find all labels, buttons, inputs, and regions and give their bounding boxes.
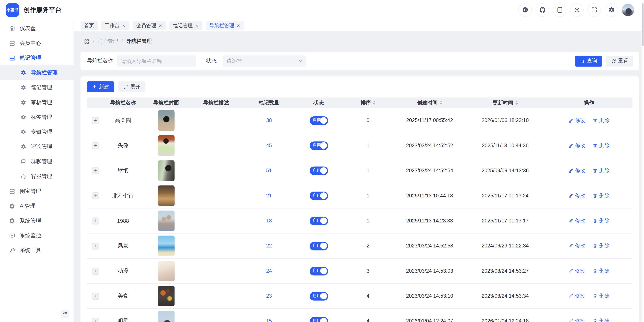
close-icon[interactable] [122,24,126,27]
sidebar-item-群聊管理[interactable]: 群聊管理 [0,154,74,169]
status-toggle[interactable]: 启用 [310,116,328,125]
cover-image[interactable] [158,110,174,131]
expand-row-button[interactable] [92,167,99,174]
edit-link[interactable]: 修改 [568,142,585,149]
edit-link[interactable]: 修改 [568,117,585,124]
sidebar-item-会员中心[interactable]: 会员中心 [0,36,74,51]
sort-arrows[interactable] [515,101,518,105]
edit-link[interactable]: 修改 [568,242,585,249]
note-count-link[interactable]: 38 [266,118,272,123]
gitee-button[interactable] [518,3,532,17]
sidebar-item-系统工具[interactable]: 系统工具 [0,243,74,258]
cover-image[interactable] [158,311,174,322]
status-toggle[interactable]: 启用 [310,242,328,250]
cover-image[interactable] [158,185,174,206]
close-icon[interactable] [158,24,162,27]
status-toggle[interactable]: 启用 [310,216,328,225]
expand-row-button[interactable] [92,117,99,124]
close-icon[interactable] [195,24,199,27]
status-toggle[interactable]: 启用 [310,292,328,300]
note-count-link[interactable]: 22 [266,243,272,249]
sidebar-item-专辑管理[interactable]: 专辑管理 [0,125,74,139]
scrollbar-thumb[interactable] [642,3,644,46]
expand-row-button[interactable] [92,192,99,199]
expand-row-button[interactable] [92,242,99,249]
delete-link[interactable]: 删除 [593,217,610,224]
fullscreen-button[interactable] [587,3,601,17]
tab-导航栏管理[interactable]: 导航栏管理 [206,21,244,30]
delete-link[interactable]: 删除 [593,117,610,124]
tab-工作台[interactable]: 工作台 [101,21,129,30]
status-toggle[interactable]: 启用 [310,191,328,200]
note-count-link[interactable]: 18 [266,218,272,224]
note-count-link[interactable]: 51 [266,168,272,173]
expand-row-button[interactable] [92,292,99,299]
cover-image[interactable] [158,261,174,281]
sidebar-item-笔记管理[interactable]: 笔记管理 [0,51,74,65]
note-count-link[interactable]: 15 [266,318,272,322]
delete-link[interactable]: 删除 [593,167,610,174]
column-创建时间[interactable]: 创建时间 [394,99,465,106]
delete-link[interactable]: 删除 [593,192,610,199]
tab-笔记管理[interactable]: 笔记管理 [169,21,202,30]
edit-link[interactable]: 修改 [568,192,585,199]
note-count-link[interactable]: 24 [266,268,272,274]
status-toggle[interactable]: 启用 [310,267,328,275]
column-更新时间[interactable]: 更新时间 [465,99,546,106]
cover-image[interactable] [158,160,174,181]
github-button[interactable] [536,3,549,17]
note-count-link[interactable]: 21 [266,193,272,199]
delete-link[interactable]: 删除 [593,267,610,274]
doc-button[interactable] [553,3,566,17]
note-count-link[interactable]: 45 [266,143,272,148]
expand-all-button[interactable]: 展开 [118,81,146,92]
status-toggle[interactable]: 启用 [310,141,328,150]
tab-首页[interactable]: 首页 [80,21,98,30]
sidebar-item-标签管理[interactable]: 标签管理 [0,110,74,125]
sidebar-item-客服管理[interactable]: 客服管理 [0,169,74,184]
tab-会员管理[interactable]: 会员管理 [133,21,166,30]
status-select[interactable]: 请选择 [222,56,306,67]
close-icon[interactable] [237,24,240,27]
column-排序[interactable]: 排序 [342,99,394,106]
navbar-name-input[interactable] [117,56,196,67]
expand-row-button[interactable] [92,142,99,149]
reset-button[interactable]: 重置 [606,56,634,67]
cover-image[interactable] [158,135,174,156]
edit-link[interactable]: 修改 [568,267,585,274]
edit-link[interactable]: 修改 [568,217,585,224]
cover-image[interactable] [158,235,174,256]
sidebar-item-系统管理[interactable]: 系统管理 [0,213,74,228]
delete-link[interactable]: 删除 [593,242,610,249]
delete-link[interactable]: 删除 [593,142,610,149]
sun-button[interactable] [570,3,584,17]
delete-link[interactable]: 删除 [593,318,610,322]
sidebar-item-AI管理[interactable]: AI管理 [0,199,74,213]
sidebar-item-系统监控[interactable]: 系统监控 [0,228,74,243]
gear-button[interactable] [604,3,618,17]
app-logo[interactable]: 小蓝书 [6,3,19,17]
sidebar-item-审核管理[interactable]: 审核管理 [0,95,74,110]
expand-row-button[interactable] [92,318,99,322]
sidebar-item-笔记管理[interactable]: 笔记管理 [0,80,74,95]
sort-arrows[interactable] [440,101,442,105]
avatar[interactable] [622,4,634,16]
status-toggle[interactable]: 启用 [310,166,328,175]
status-toggle[interactable]: 启用 [310,317,328,322]
sort-arrows[interactable] [373,101,376,105]
note-count-link[interactable]: 23 [266,293,272,299]
search-button[interactable]: 查询 [575,56,602,67]
create-button[interactable]: 新建 [87,81,114,92]
sidebar-item-仪表盘[interactable]: 仪表盘 [0,21,74,36]
edit-link[interactable]: 修改 [568,292,585,299]
expand-row-button[interactable] [92,217,99,224]
expand-row-button[interactable] [92,267,99,274]
cover-image[interactable] [158,210,174,231]
sidebar-item-评论管理[interactable]: 评论管理 [0,139,74,154]
cover-image[interactable] [158,286,174,306]
edit-link[interactable]: 修改 [568,167,585,174]
grid-icon[interactable] [84,39,90,44]
delete-link[interactable]: 删除 [593,292,610,299]
collapse-sidebar-button[interactable] [61,309,69,318]
edit-link[interactable]: 修改 [568,318,585,322]
